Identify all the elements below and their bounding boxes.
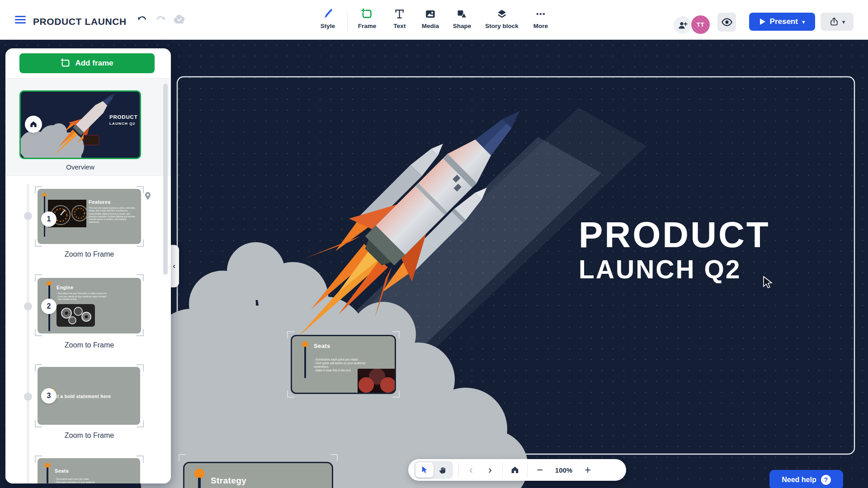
overview-home-badge[interactable]: [25, 116, 42, 133]
frame-1-number-badge[interactable]: 1: [41, 211, 57, 227]
tool-mode-segment: [414, 461, 453, 479]
divider: [527, 462, 528, 478]
location-pin-icon[interactable]: [144, 191, 152, 202]
zoom-out-button[interactable]: −: [533, 462, 547, 478]
top-bar: PRODUCT LAUNCH Style: [0, 0, 868, 40]
divider: [502, 462, 503, 478]
present-caret-icon: ▾: [802, 19, 805, 25]
question-icon: ?: [821, 475, 831, 485]
share-button[interactable]: ▾: [821, 13, 854, 31]
document-title: PRODUCT LAUNCH: [33, 16, 127, 27]
media-icon: [425, 8, 436, 20]
cursor-tool-button[interactable]: [415, 462, 434, 478]
timeline-dot: [24, 302, 32, 310]
preview-button[interactable]: [717, 13, 736, 32]
seats-card-image: [358, 369, 396, 394]
chevron-right-icon: ›: [488, 465, 492, 475]
hand-tool-button[interactable]: [434, 462, 452, 478]
overview-thumb-title2: LAUNCH Q2: [109, 122, 135, 126]
seats-topic-card[interactable]: Seats - Summarize each point you made - …: [291, 335, 396, 394]
toolbar-separator: [347, 12, 348, 30]
overview-label: Overview: [19, 163, 141, 171]
timeline-dot: [24, 212, 32, 220]
home-icon: [29, 120, 38, 129]
overview-thumbnail[interactable]: PRODUCT LAUNCH Q2: [19, 90, 141, 159]
share-export-icon: [829, 17, 839, 27]
avatar-initials: TT: [697, 21, 704, 28]
cloud-saved-icon: [173, 14, 186, 25]
tool-text[interactable]: Text: [394, 8, 406, 29]
share-caret-icon: ▾: [842, 19, 845, 25]
add-frame-button[interactable]: Add frame: [19, 53, 155, 73]
frame-2-zoom-label[interactable]: Zoom to Frame: [35, 341, 144, 349]
tool-media[interactable]: Media: [422, 8, 439, 29]
overview-thumb-title1: PRODUCT: [109, 114, 137, 120]
canvas-title-line2: LAUNCH Q2: [579, 257, 741, 282]
tool-shape[interactable]: Shape: [453, 8, 472, 29]
canvas-title-line1: PRODUCT: [579, 217, 770, 253]
zoom-level: 100%: [552, 466, 576, 474]
plus-icon: +: [585, 465, 591, 475]
frame-icon: [361, 8, 373, 20]
strategy-pin-line: [198, 478, 201, 488]
frame-2-number-badge[interactable]: 2: [41, 299, 57, 314]
hand-icon: [439, 466, 447, 474]
frame-4-bullets: - Summarize each point you made - Give q…: [55, 478, 132, 483]
frame-2-bullets: - Dive deep into your first point or mak…: [57, 292, 134, 301]
divider: [458, 462, 459, 478]
shape-icon: [456, 8, 468, 20]
user-avatar[interactable]: TT: [690, 14, 711, 35]
redo-icon[interactable]: [155, 14, 166, 25]
nav-forward-button[interactable]: ›: [483, 462, 497, 478]
tool-frame[interactable]: Frame: [358, 8, 377, 29]
play-icon: [760, 18, 766, 25]
frame-1-zoom-label[interactable]: Zoom to Frame: [35, 250, 144, 258]
mouse-cursor: [762, 276, 774, 289]
tool-story-block[interactable]: Story block: [485, 8, 519, 29]
frame-3-number-badge[interactable]: 3: [41, 388, 57, 404]
cursor-arrow-icon: [420, 465, 429, 474]
frame-3-zoom-label[interactable]: Zoom to Frame: [35, 432, 144, 440]
timeline-dot: [24, 393, 32, 401]
add-collaborator-button[interactable]: [673, 15, 692, 35]
sidebar-scrollbar[interactable]: [163, 84, 168, 275]
minus-icon: −: [537, 465, 543, 475]
chevron-left-icon: ‹: [469, 465, 473, 475]
timeline-track: [27, 184, 29, 483]
zoom-in-button[interactable]: +: [581, 462, 594, 478]
more-icon: [535, 8, 547, 20]
story-block-icon: [496, 8, 508, 20]
add-frame-icon: [61, 58, 71, 68]
person-add-icon: [677, 20, 688, 31]
tool-more[interactable]: More: [533, 8, 548, 29]
bottom-toolbar: ‹ › − 100% +: [408, 459, 626, 481]
strategy-card-title: Strategy: [211, 476, 246, 486]
hamburger-menu-icon[interactable]: [15, 16, 26, 24]
frame-1-body: This new car's panel features a sleek, m…: [89, 207, 137, 224]
strategy-topic-card[interactable]: Strategy: [183, 462, 333, 488]
seats-pin-line: [304, 347, 306, 378]
frame-2-image: [57, 304, 95, 327]
eye-icon: [721, 16, 733, 28]
strategy-pin-icon: [194, 469, 204, 479]
need-help-button[interactable]: Need help ?: [769, 470, 843, 488]
frames-sidebar: Add frame: [5, 48, 171, 483]
home-button[interactable]: [508, 462, 522, 478]
tool-style[interactable]: Style: [321, 8, 335, 29]
text-icon: [394, 8, 406, 20]
seats-card-title: Seats: [314, 343, 330, 349]
nav-back-button[interactable]: ‹: [464, 462, 478, 478]
undo-icon[interactable]: [137, 14, 148, 25]
present-button[interactable]: Present ▾: [749, 13, 815, 31]
frame-4-thumbnail[interactable]: Seats - Summarize each point you made - …: [38, 458, 140, 483]
style-brush-icon: [322, 8, 334, 20]
home-icon: [510, 465, 520, 475]
chevron-left-icon: ‹: [173, 262, 175, 271]
